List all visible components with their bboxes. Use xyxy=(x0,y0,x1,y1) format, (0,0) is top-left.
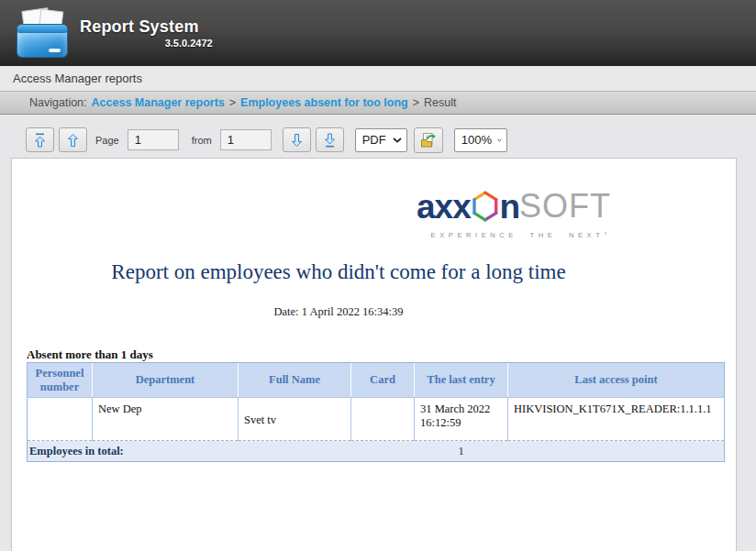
table-caption: Absent more than 1 days xyxy=(27,347,153,362)
column-header-last-access-point: Last access point xyxy=(508,363,725,398)
logo-tagline: EXPERIENCE THE NEXT° xyxy=(417,231,611,239)
table-total-row: Employees in total: 1 xyxy=(28,441,725,462)
column-header-last-entry: The last entry xyxy=(415,363,508,398)
first-page-icon xyxy=(34,133,46,148)
report-table: Personnel number Department Full Name Ca… xyxy=(27,362,725,462)
next-page-button[interactable] xyxy=(283,127,311,152)
breadcrumb-separator: > xyxy=(229,96,236,109)
column-header-full-name: Full Name xyxy=(239,363,351,398)
cell-card xyxy=(351,398,415,441)
chevron-down-icon xyxy=(497,138,502,143)
zoom-value: 100% xyxy=(461,133,492,147)
cell-personnel-number xyxy=(28,398,93,441)
breadcrumb-separator: > xyxy=(413,96,419,109)
logo-text-n: n xyxy=(499,190,519,224)
export-button[interactable] xyxy=(414,127,443,153)
app-version: 3.5.0.2472 xyxy=(165,38,213,49)
export-format-select[interactable]: PDF xyxy=(355,128,407,152)
logo-text-axx: axx xyxy=(417,190,471,224)
breadcrumb-link-access-manager-reports[interactable]: Access Manager reports xyxy=(92,96,225,109)
report-toolbar: Page from PDF xyxy=(0,115,756,153)
column-header-department: Department xyxy=(93,363,239,398)
breadcrumb-link-employees-absent[interactable]: Employees absent for too long xyxy=(240,96,408,109)
from-label: from xyxy=(192,135,212,146)
previous-page-icon xyxy=(67,133,79,148)
report-title: Report on employees who didn't come for … xyxy=(12,260,665,284)
cell-full-name: Svet tv xyxy=(239,398,351,441)
report-date: Date: 1 April 2022 16:34:39 xyxy=(12,305,665,319)
export-format-value: PDF xyxy=(362,133,386,147)
folder-lip xyxy=(17,25,67,33)
cell-department: New Dep xyxy=(93,398,239,441)
report-page: axx n SOFT EXPERIENCE THE NEXT° Report o… xyxy=(11,158,737,551)
cell-last-entry: 31 March 2022 16:12:59 xyxy=(415,398,508,441)
axxonsoft-logo-row: axx n SOFT xyxy=(417,187,611,226)
previous-page-button[interactable] xyxy=(59,127,87,152)
cell-last-access-point: HIKVISION_K1T671X_READER:1.1.1.1 xyxy=(508,398,725,441)
breadcrumb-label: Navigation: xyxy=(29,96,87,109)
total-pages-input[interactable] xyxy=(220,129,272,150)
export-icon xyxy=(420,132,437,149)
total-label: Employees in total: xyxy=(28,441,415,462)
section-header: Access Manager reports xyxy=(0,66,756,91)
app-title: Report System xyxy=(80,17,199,37)
axxonsoft-logo: axx n SOFT EXPERIENCE THE NEXT° xyxy=(417,187,611,239)
app-header: Report System 3.5.0.2472 xyxy=(0,0,756,66)
section-title: Access Manager reports xyxy=(13,72,142,85)
folder-icon xyxy=(17,8,70,58)
next-page-icon xyxy=(291,133,303,148)
last-page-button[interactable] xyxy=(316,127,344,152)
folder-body xyxy=(17,24,68,58)
hexagon-icon xyxy=(472,187,499,226)
column-header-personnel-number: Personnel number xyxy=(28,363,93,398)
content-area: Page from PDF xyxy=(0,115,756,551)
total-value: 1 xyxy=(415,441,508,462)
total-empty-cell xyxy=(508,441,725,462)
cell-full-name-text: Svet tv xyxy=(244,402,345,427)
page-label: Page xyxy=(95,135,119,146)
folder-dash xyxy=(49,49,61,52)
table-row: New Dep Svet tv 31 March 2022 16:12:59 H… xyxy=(28,398,725,441)
chevron-down-icon xyxy=(393,138,402,143)
table-header-row: Personnel number Department Full Name Ca… xyxy=(28,363,725,398)
first-page-button[interactable] xyxy=(26,127,54,152)
page-number-input[interactable] xyxy=(128,129,179,150)
breadcrumb: Navigation: Access Manager reports > Emp… xyxy=(0,91,756,115)
breadcrumb-current: Result xyxy=(424,96,456,109)
zoom-select[interactable]: 100% xyxy=(454,128,507,152)
last-page-icon xyxy=(324,133,336,148)
app-title-block: Report System 3.5.0.2472 xyxy=(80,17,199,49)
logo-text-soft: SOFT xyxy=(519,190,611,223)
column-header-card: Card xyxy=(351,363,415,398)
